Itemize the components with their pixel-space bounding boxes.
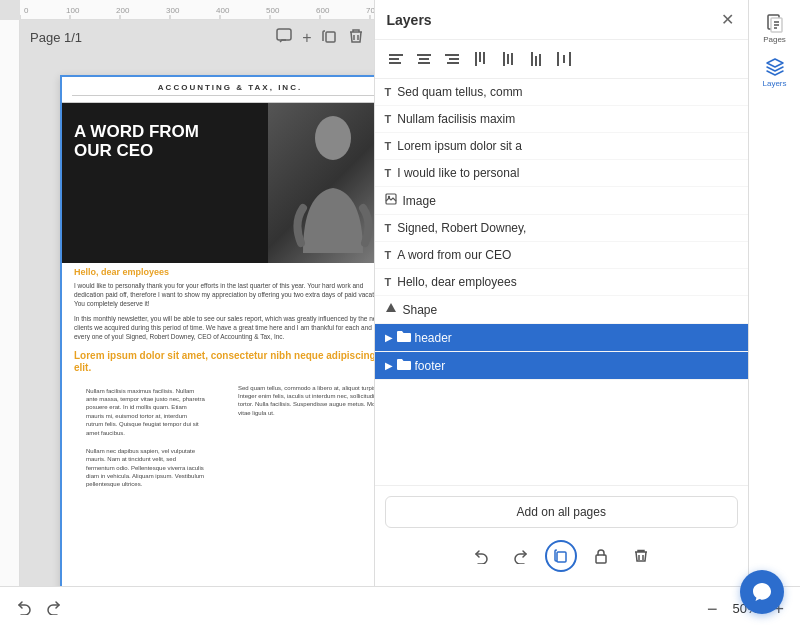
shape-layer-icon <box>385 302 397 317</box>
layers-button[interactable]: Layers <box>755 52 795 92</box>
layer-item-word-from[interactable]: T A word from our CEO <box>375 242 749 269</box>
svg-rect-48 <box>449 58 459 60</box>
svg-rect-23 <box>326 32 335 42</box>
svg-text:700: 700 <box>366 6 374 15</box>
page-label: Page 1/1 <box>30 30 82 45</box>
svg-rect-64 <box>557 552 566 562</box>
svg-rect-42 <box>389 58 399 60</box>
doc-hero-image <box>268 103 374 263</box>
layer-item-would-like[interactable]: T I would like to personal <box>375 160 749 187</box>
svg-text:300: 300 <box>166 6 180 15</box>
layers-delete-button[interactable] <box>625 540 657 572</box>
image-layer-icon <box>385 193 397 208</box>
layers-panel-title: Layers <box>387 12 432 28</box>
svg-text:100: 100 <box>66 6 80 15</box>
bottom-left-actions <box>12 595 66 622</box>
layers-actions <box>385 536 739 576</box>
layers-panel-header: Layers ✕ <box>375 0 749 40</box>
layer-group-header[interactable]: ▶ header <box>375 324 749 352</box>
layer-name: A word from our CEO <box>397 248 738 262</box>
svg-text:200: 200 <box>116 6 130 15</box>
doc-header: ACCOUNTING & TAX, INC. <box>62 77 374 103</box>
svg-point-63 <box>387 196 389 198</box>
svg-text:400: 400 <box>216 6 230 15</box>
align-top-button[interactable] <box>467 46 493 72</box>
layer-item-shape[interactable]: Shape <box>375 296 749 324</box>
layers-bottom: Add on all pages <box>375 485 749 586</box>
bottom-toolbar: − 50% + <box>0 586 800 630</box>
layers-duplicate-button[interactable] <box>545 540 577 572</box>
text-layer-icon: T <box>385 249 392 261</box>
layers-toolbar <box>375 40 749 79</box>
undo-button[interactable] <box>12 595 36 622</box>
svg-rect-45 <box>419 58 429 60</box>
text-layer-icon: T <box>385 222 392 234</box>
layer-name: Lorem ipsum dolor sit a <box>397 139 738 153</box>
chevron-icon: ▶ <box>385 360 393 371</box>
redo-button[interactable] <box>42 595 66 622</box>
svg-point-24 <box>315 116 351 160</box>
svg-rect-47 <box>445 54 459 56</box>
layer-item-image[interactable]: Image <box>375 187 749 215</box>
doc-hero: A WORD FROM OUR CEO <box>62 103 374 263</box>
doc-body-para1: I would like to personally thank you for… <box>62 279 374 310</box>
layer-group-header-name: header <box>415 331 739 345</box>
svg-rect-60 <box>563 55 565 63</box>
align-bottom-button[interactable] <box>523 46 549 72</box>
layers-label: Layers <box>762 79 786 88</box>
layers-list: T Sed quam tellus, comm T Nullam facilis… <box>375 79 749 485</box>
group-folder-icon <box>397 358 411 373</box>
distribute-button[interactable] <box>551 46 577 72</box>
svg-rect-57 <box>535 56 537 66</box>
comment-button[interactable] <box>274 26 294 49</box>
layers-redo-button[interactable] <box>505 540 537 572</box>
align-middle-button[interactable] <box>495 46 521 72</box>
layer-group-footer-name: footer <box>415 359 739 373</box>
pages-button[interactable]: Pages <box>755 8 795 48</box>
layers-panel: Layers ✕ <box>374 0 749 586</box>
layer-group-footer[interactable]: ▶ footer <box>375 352 749 380</box>
svg-rect-52 <box>483 52 485 64</box>
layer-name: I would like to personal <box>397 166 738 180</box>
document-page: ACCOUNTING & TAX, INC. A WORD FROM OUR C… <box>60 75 374 586</box>
doc-left-col: Nullam facilisis maximus facilisis. Null… <box>62 380 230 496</box>
svg-rect-65 <box>596 555 606 563</box>
ruler-vertical <box>0 20 20 586</box>
align-right-button[interactable] <box>439 46 465 72</box>
svg-rect-55 <box>511 53 513 65</box>
svg-rect-56 <box>531 52 533 66</box>
layers-close-button[interactable]: ✕ <box>719 8 736 31</box>
svg-rect-43 <box>389 62 401 64</box>
text-layer-icon: T <box>385 167 392 179</box>
layer-item-signed[interactable]: T Signed, Robert Downey, <box>375 215 749 242</box>
layer-item-nullam[interactable]: T Nullam facilisis maxim <box>375 106 749 133</box>
svg-text:600: 600 <box>316 6 330 15</box>
layer-item-lorem[interactable]: T Lorem ipsum dolor sit a <box>375 133 749 160</box>
zoom-out-button[interactable]: − <box>703 596 722 622</box>
text-layer-icon: T <box>385 86 392 98</box>
chat-bubble-button[interactable] <box>740 570 784 614</box>
layer-item-hello[interactable]: T Hello, dear employees <box>375 269 749 296</box>
right-icons-panel: Pages Layers <box>748 0 800 586</box>
add-on-all-pages-button[interactable]: Add on all pages <box>385 496 739 528</box>
layers-undo-button[interactable] <box>465 540 497 572</box>
copy-page-button[interactable] <box>320 26 340 49</box>
layer-name: Shape <box>403 303 739 317</box>
align-center-button[interactable] <box>411 46 437 72</box>
delete-page-button[interactable] <box>346 26 366 49</box>
doc-footer-area: Nullam facilisis maximus facilisis. Null… <box>62 380 374 496</box>
layers-lock-button[interactable] <box>585 540 617 572</box>
layer-item-sed-quam[interactable]: T Sed quam tellus, comm <box>375 79 749 106</box>
add-page-button[interactable]: + <box>300 26 313 49</box>
svg-rect-54 <box>507 54 509 64</box>
align-left-button[interactable] <box>383 46 409 72</box>
text-layer-icon: T <box>385 140 392 152</box>
svg-rect-22 <box>277 29 291 40</box>
pages-label: Pages <box>763 35 786 44</box>
svg-rect-61 <box>569 52 571 66</box>
doc-greeting: Hello, dear employees <box>62 263 374 279</box>
doc-hero-heading: A WORD FROM OUR CEO <box>74 123 199 160</box>
doc-orange-section: Lorem ipsum dolor sit amet, consectetur … <box>62 344 374 380</box>
svg-rect-46 <box>418 62 430 64</box>
svg-rect-51 <box>479 52 481 62</box>
